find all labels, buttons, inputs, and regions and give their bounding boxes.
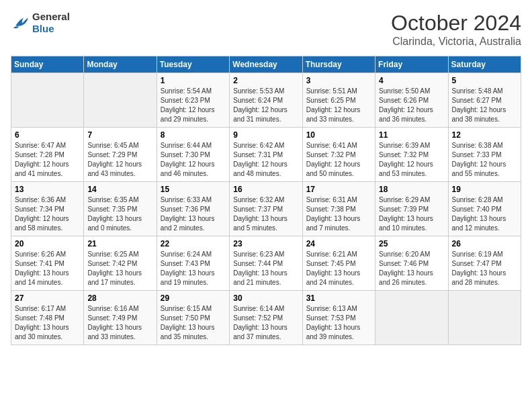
day-detail: Sunrise: 6:17 AMSunset: 7:48 PMDaylight:… bbox=[15, 304, 80, 342]
calendar-cell: 23Sunrise: 6:23 AMSunset: 7:44 PMDayligh… bbox=[230, 236, 302, 291]
day-detail: Sunrise: 6:44 AMSunset: 7:30 PMDaylight:… bbox=[161, 141, 226, 179]
day-detail: Sunrise: 6:14 AMSunset: 7:52 PMDaylight:… bbox=[233, 304, 298, 342]
day-detail: Sunrise: 6:45 AMSunset: 7:29 PMDaylight:… bbox=[87, 141, 152, 179]
month-title: October 2024 bbox=[391, 11, 521, 36]
day-detail: Sunrise: 5:50 AMSunset: 6:26 PMDaylight:… bbox=[379, 87, 444, 124]
calendar-cell: 2Sunrise: 5:53 AMSunset: 6:24 PMDaylight… bbox=[230, 73, 302, 128]
location-title: Clarinda, Victoria, Australia bbox=[391, 36, 521, 48]
day-detail: Sunrise: 6:28 AMSunset: 7:40 PMDaylight:… bbox=[452, 195, 517, 233]
day-detail: Sunrise: 6:47 AMSunset: 7:28 PMDaylight:… bbox=[15, 141, 80, 179]
day-number: 24 bbox=[306, 239, 371, 248]
day-detail: Sunrise: 6:25 AMSunset: 7:42 PMDaylight:… bbox=[87, 250, 152, 287]
day-number: 4 bbox=[379, 76, 444, 85]
calendar-cell: 25Sunrise: 6:20 AMSunset: 7:46 PMDayligh… bbox=[375, 236, 448, 291]
logo-blue: Blue bbox=[32, 23, 54, 34]
logo-text: General Blue bbox=[32, 11, 70, 35]
calendar-cell: 12Sunrise: 6:38 AMSunset: 7:33 PMDayligh… bbox=[448, 128, 521, 182]
calendar-week-row: 20Sunrise: 6:26 AMSunset: 7:41 PMDayligh… bbox=[11, 236, 521, 291]
day-detail: Sunrise: 6:36 AMSunset: 7:34 PMDaylight:… bbox=[15, 195, 80, 233]
calendar-cell: 22Sunrise: 6:24 AMSunset: 7:43 PMDayligh… bbox=[157, 236, 229, 291]
day-number: 29 bbox=[161, 293, 226, 303]
weekday-header-thursday: Thursday bbox=[302, 56, 375, 73]
calendar-cell: 29Sunrise: 6:15 AMSunset: 7:50 PMDayligh… bbox=[157, 291, 229, 345]
day-number: 5 bbox=[452, 76, 517, 85]
day-detail: Sunrise: 6:20 AMSunset: 7:46 PMDaylight:… bbox=[379, 250, 444, 287]
day-number: 19 bbox=[452, 185, 517, 194]
day-number: 26 bbox=[452, 239, 517, 248]
calendar-cell: 20Sunrise: 6:26 AMSunset: 7:41 PMDayligh… bbox=[11, 236, 84, 291]
day-detail: Sunrise: 5:53 AMSunset: 6:24 PMDaylight:… bbox=[233, 87, 298, 124]
calendar-cell: 17Sunrise: 6:31 AMSunset: 7:38 PMDayligh… bbox=[302, 182, 375, 236]
day-number: 11 bbox=[379, 130, 444, 140]
day-detail: Sunrise: 6:13 AMSunset: 7:53 PMDaylight:… bbox=[306, 304, 371, 342]
weekday-header-saturday: Saturday bbox=[448, 56, 521, 73]
calendar-week-row: 1Sunrise: 5:54 AMSunset: 6:23 PMDaylight… bbox=[11, 73, 521, 128]
calendar-cell: 11Sunrise: 6:39 AMSunset: 7:32 PMDayligh… bbox=[375, 128, 448, 182]
day-detail: Sunrise: 6:26 AMSunset: 7:41 PMDaylight:… bbox=[15, 250, 80, 287]
day-number: 7 bbox=[87, 130, 152, 140]
day-number: 27 bbox=[15, 293, 80, 303]
day-detail: Sunrise: 6:33 AMSunset: 7:36 PMDaylight:… bbox=[161, 195, 226, 233]
day-detail: Sunrise: 6:24 AMSunset: 7:43 PMDaylight:… bbox=[161, 250, 226, 287]
day-detail: Sunrise: 6:31 AMSunset: 7:38 PMDaylight:… bbox=[306, 195, 371, 233]
logo-general: General bbox=[32, 11, 70, 22]
calendar-cell: 21Sunrise: 6:25 AMSunset: 7:42 PMDayligh… bbox=[84, 236, 157, 291]
day-detail: Sunrise: 6:32 AMSunset: 7:37 PMDaylight:… bbox=[233, 195, 298, 233]
day-number: 20 bbox=[15, 239, 80, 248]
day-number: 13 bbox=[15, 185, 80, 194]
calendar-cell: 5Sunrise: 5:48 AMSunset: 6:27 PMDaylight… bbox=[448, 73, 521, 128]
day-number: 15 bbox=[161, 185, 226, 194]
calendar-cell: 15Sunrise: 6:33 AMSunset: 7:36 PMDayligh… bbox=[157, 182, 229, 236]
day-number: 2 bbox=[233, 76, 298, 85]
day-detail: Sunrise: 6:23 AMSunset: 7:44 PMDaylight:… bbox=[233, 250, 298, 287]
day-detail: Sunrise: 5:54 AMSunset: 6:23 PMDaylight:… bbox=[161, 87, 226, 124]
day-number: 28 bbox=[87, 293, 152, 303]
calendar-cell: 30Sunrise: 6:14 AMSunset: 7:52 PMDayligh… bbox=[230, 291, 302, 345]
calendar: SundayMondayTuesdayWednesdayThursdayFrid… bbox=[11, 56, 521, 345]
calendar-week-row: 27Sunrise: 6:17 AMSunset: 7:48 PMDayligh… bbox=[11, 291, 521, 345]
day-detail: Sunrise: 6:29 AMSunset: 7:39 PMDaylight:… bbox=[379, 195, 444, 233]
day-number: 30 bbox=[233, 293, 298, 303]
calendar-cell: 3Sunrise: 5:51 AMSunset: 6:25 PMDaylight… bbox=[302, 73, 375, 128]
header: General Blue October 2024 Clarinda, Vict… bbox=[11, 11, 521, 48]
day-detail: Sunrise: 5:51 AMSunset: 6:25 PMDaylight:… bbox=[306, 87, 371, 124]
calendar-cell: 9Sunrise: 6:42 AMSunset: 7:31 PMDaylight… bbox=[230, 128, 302, 182]
calendar-cell: 16Sunrise: 6:32 AMSunset: 7:37 PMDayligh… bbox=[230, 182, 302, 236]
day-detail: Sunrise: 5:48 AMSunset: 6:27 PMDaylight:… bbox=[452, 87, 517, 124]
day-number: 22 bbox=[161, 239, 226, 248]
day-number: 25 bbox=[379, 239, 444, 248]
calendar-cell: 10Sunrise: 6:41 AMSunset: 7:32 PMDayligh… bbox=[302, 128, 375, 182]
day-detail: Sunrise: 6:16 AMSunset: 7:49 PMDaylight:… bbox=[87, 304, 152, 342]
day-detail: Sunrise: 6:41 AMSunset: 7:32 PMDaylight:… bbox=[306, 141, 371, 179]
day-number: 17 bbox=[306, 185, 371, 194]
calendar-cell: 31Sunrise: 6:13 AMSunset: 7:53 PMDayligh… bbox=[302, 291, 375, 345]
calendar-cell: 27Sunrise: 6:17 AMSunset: 7:48 PMDayligh… bbox=[11, 291, 84, 345]
day-number: 14 bbox=[87, 185, 152, 194]
day-number: 23 bbox=[233, 239, 298, 248]
calendar-cell bbox=[375, 291, 448, 345]
title-area: October 2024 Clarinda, Victoria, Austral… bbox=[391, 11, 521, 48]
calendar-cell: 19Sunrise: 6:28 AMSunset: 7:40 PMDayligh… bbox=[448, 182, 521, 236]
day-number: 16 bbox=[233, 185, 298, 194]
logo: General Blue bbox=[11, 11, 70, 35]
weekday-header-friday: Friday bbox=[375, 56, 448, 73]
day-number: 3 bbox=[306, 76, 371, 85]
day-detail: Sunrise: 6:15 AMSunset: 7:50 PMDaylight:… bbox=[161, 304, 226, 342]
day-detail: Sunrise: 6:35 AMSunset: 7:35 PMDaylight:… bbox=[87, 195, 152, 233]
weekday-header-row: SundayMondayTuesdayWednesdayThursdayFrid… bbox=[11, 56, 521, 73]
day-detail: Sunrise: 6:21 AMSunset: 7:45 PMDaylight:… bbox=[306, 250, 371, 287]
day-number: 8 bbox=[161, 130, 226, 140]
day-detail: Sunrise: 6:42 AMSunset: 7:31 PMDaylight:… bbox=[233, 141, 298, 179]
day-number: 18 bbox=[379, 185, 444, 194]
day-number: 9 bbox=[233, 130, 298, 140]
day-number: 1 bbox=[161, 76, 226, 85]
calendar-cell bbox=[84, 73, 157, 128]
day-detail: Sunrise: 6:19 AMSunset: 7:47 PMDaylight:… bbox=[452, 250, 517, 287]
calendar-cell: 28Sunrise: 6:16 AMSunset: 7:49 PMDayligh… bbox=[84, 291, 157, 345]
calendar-cell: 26Sunrise: 6:19 AMSunset: 7:47 PMDayligh… bbox=[448, 236, 521, 291]
day-number: 6 bbox=[15, 130, 80, 140]
weekday-header-sunday: Sunday bbox=[11, 56, 84, 73]
day-number: 12 bbox=[452, 130, 517, 140]
logo-bird-icon bbox=[11, 15, 30, 30]
calendar-week-row: 13Sunrise: 6:36 AMSunset: 7:34 PMDayligh… bbox=[11, 182, 521, 236]
